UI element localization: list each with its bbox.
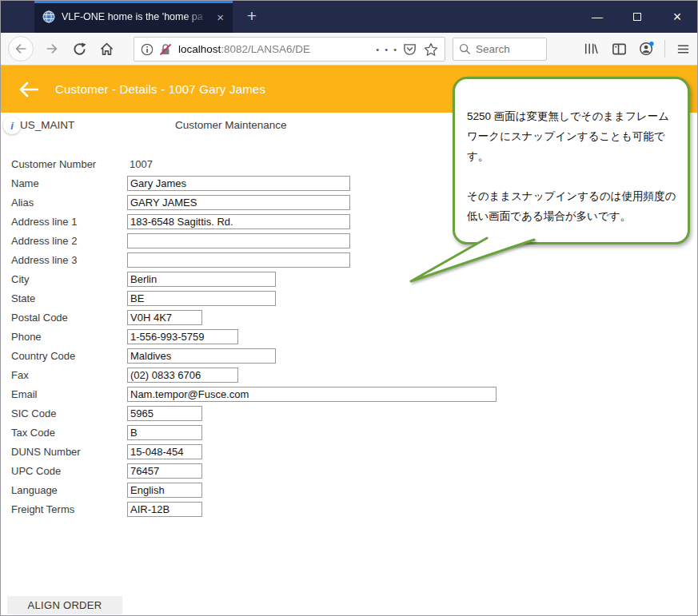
field-static-value: 1007 xyxy=(127,158,153,170)
tab-title: VLF-ONE home is the 'home pa xyxy=(62,11,211,22)
field-label: Freight Terms xyxy=(11,503,127,515)
form-row: SIC Code xyxy=(11,403,497,423)
field-input[interactable] xyxy=(127,252,350,268)
form-row: Postal Code xyxy=(11,308,497,327)
field-input[interactable] xyxy=(127,425,202,440)
field-input[interactable] xyxy=(127,176,350,191)
browser-window: VLF-ONE home is the 'home pa × + — × xyxy=(0,0,698,616)
url-host: localhost xyxy=(178,43,221,55)
account-icon xyxy=(639,41,655,57)
align-order-button[interactable]: ALIGN ORDER xyxy=(7,596,122,614)
field-label: Tax Code xyxy=(11,427,127,439)
form-row: Fax xyxy=(11,365,497,384)
callout-paragraph: そのままスナップインするのは使用頻度の低い画面である場合が多いです。 xyxy=(467,186,676,226)
field-input[interactable] xyxy=(127,291,276,306)
insecure-lock-icon[interactable] xyxy=(159,43,172,56)
field-label: Phone xyxy=(11,331,127,343)
callout-paragraph: 5250 画面は変更無しでそのままフレームワークにスナップインすることも可能です… xyxy=(467,106,676,166)
reload-icon xyxy=(72,42,87,57)
toolbar-right-icons xyxy=(578,36,696,62)
search-input[interactable] xyxy=(476,43,540,55)
search-icon xyxy=(459,43,471,55)
home-button[interactable] xyxy=(94,36,119,62)
field-label: DUNS Number xyxy=(11,446,127,458)
toolbar-separator xyxy=(664,40,665,58)
field-label: Email xyxy=(11,388,127,400)
titlebar: VLF-ONE home is the 'home pa × + — × xyxy=(1,1,697,33)
field-input[interactable] xyxy=(127,444,202,459)
library-icon xyxy=(584,42,598,56)
window-maximize-button[interactable] xyxy=(617,1,657,33)
screen-code: US_MAINT xyxy=(20,119,74,131)
field-input[interactable] xyxy=(127,502,202,517)
forward-arrow-icon xyxy=(45,42,59,56)
forward-button[interactable] xyxy=(39,36,65,62)
field-label: State xyxy=(11,292,127,304)
pocket-icon[interactable] xyxy=(403,42,417,56)
field-input[interactable] xyxy=(127,233,350,248)
tab-close-icon[interactable]: × xyxy=(214,10,226,24)
active-tab-stripe xyxy=(34,1,233,3)
page-info-icon[interactable] xyxy=(141,43,154,56)
customer-form: Customer Number1007NameAliasAddress line… xyxy=(11,154,497,519)
field-label: Address line 1 xyxy=(11,216,127,228)
browser-tab[interactable]: VLF-ONE home is the 'home pa × xyxy=(34,1,233,33)
form-row: UPC Code xyxy=(11,461,497,480)
back-button[interactable] xyxy=(8,36,34,62)
field-label: Address line 2 xyxy=(11,235,127,247)
sidebar-toggle-button[interactable] xyxy=(606,36,632,62)
library-button[interactable] xyxy=(578,36,604,62)
window-close-button[interactable]: × xyxy=(657,1,697,33)
field-label: UPC Code xyxy=(11,465,127,477)
window-minimize-button[interactable]: — xyxy=(577,1,617,33)
home-icon xyxy=(99,42,114,57)
field-input[interactable] xyxy=(127,329,238,344)
app-back-button[interactable] xyxy=(18,81,39,98)
hamburger-menu-icon xyxy=(676,42,690,56)
new-tab-button[interactable]: + xyxy=(241,6,263,28)
page-actions-icon[interactable]: • • • xyxy=(376,45,398,54)
form-row: Tax Code xyxy=(11,423,497,442)
field-input[interactable] xyxy=(127,483,202,498)
field-label: Name xyxy=(11,177,127,189)
form-row: Language xyxy=(11,480,497,499)
field-input[interactable] xyxy=(127,195,350,210)
sidebar-icon xyxy=(612,42,627,57)
globe-favicon xyxy=(42,10,55,23)
field-input[interactable] xyxy=(127,272,276,287)
screen-title: Customer Maintenance xyxy=(175,119,287,131)
callout-tail xyxy=(397,231,548,288)
form-row: DUNS Number xyxy=(11,442,497,461)
field-input[interactable] xyxy=(127,310,202,325)
url-text: localhost:8082/LANSA6/DE xyxy=(178,43,371,55)
back-arrow-icon xyxy=(14,42,28,56)
field-input[interactable] xyxy=(127,368,238,383)
field-input[interactable] xyxy=(127,214,350,229)
menu-button[interactable] xyxy=(670,36,696,62)
callout-bubble: 5250 画面は変更無しでそのままフレームワークにスナップインすることも可能です… xyxy=(453,77,690,244)
page-title: Customer - Details - 1007 Gary James xyxy=(55,82,265,96)
field-label: Customer Number xyxy=(11,158,127,170)
field-input[interactable] xyxy=(127,406,202,421)
field-label: Fax xyxy=(11,369,127,381)
field-label: Postal Code xyxy=(11,312,127,324)
field-label: Address line 3 xyxy=(11,254,127,266)
url-bar[interactable]: localhost:8082/LANSA6/DE • • • xyxy=(134,37,445,62)
bookmark-star-icon[interactable] xyxy=(424,42,438,57)
form-row: State xyxy=(11,288,497,308)
search-box[interactable] xyxy=(453,38,547,61)
form-row: Name xyxy=(11,173,497,193)
form-row: Country Code xyxy=(11,346,497,365)
field-label: City xyxy=(11,273,127,285)
field-input[interactable] xyxy=(127,463,202,479)
form-row: Alias xyxy=(11,193,497,212)
form-row: Email xyxy=(11,384,497,403)
info-icon[interactable]: i xyxy=(3,117,21,134)
reload-button[interactable] xyxy=(66,36,92,62)
window-controls: — × xyxy=(577,1,697,33)
account-button[interactable] xyxy=(634,36,660,62)
maximize-icon xyxy=(633,13,641,21)
field-input[interactable] xyxy=(127,387,497,402)
field-label: Alias xyxy=(11,197,127,209)
field-input[interactable] xyxy=(127,348,276,364)
